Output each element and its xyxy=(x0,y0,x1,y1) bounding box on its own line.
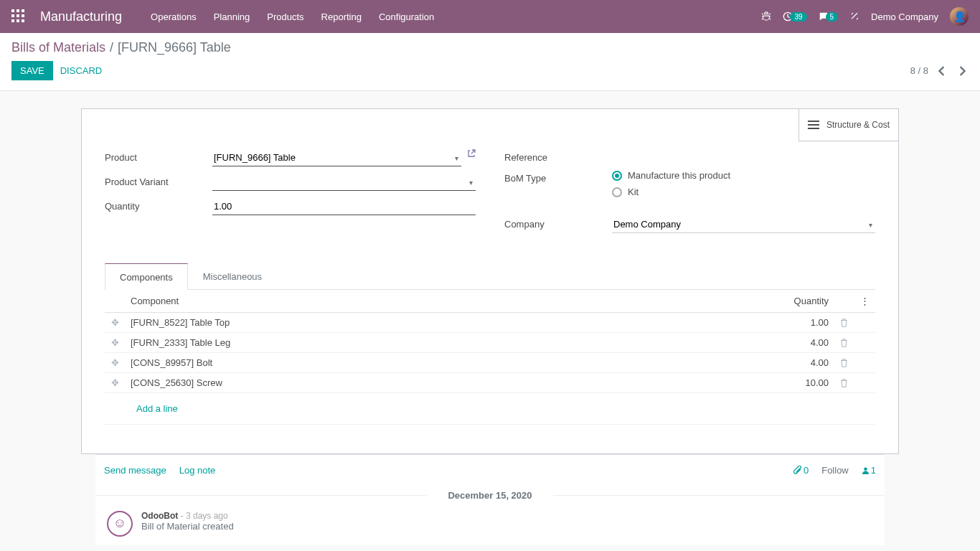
svg-rect-8 xyxy=(22,19,24,22)
delete-row-icon[interactable] xyxy=(834,353,854,373)
structure-cost-button[interactable]: Structure & Cost xyxy=(798,108,899,141)
company-selector[interactable]: Demo Company xyxy=(871,11,938,22)
cell-qty[interactable]: 1.00 xyxy=(626,313,834,333)
svg-rect-0 xyxy=(11,9,14,12)
quantity-input[interactable] xyxy=(212,198,476,215)
cell-qty[interactable]: 10.00 xyxy=(626,373,834,393)
tab-miscellaneous[interactable]: Miscellaneous xyxy=(188,263,277,289)
table-row[interactable]: ✥[CONS_25630] Screw10.00 xyxy=(105,373,875,393)
variant-input[interactable] xyxy=(212,174,476,191)
product-input[interactable] xyxy=(212,149,461,166)
cell-component[interactable]: [FURN_8522] Table Top xyxy=(125,313,626,333)
control-panel: Bills of Materials / [FURN_9666] Table S… xyxy=(0,33,980,91)
svg-rect-7 xyxy=(17,19,19,22)
cell-qty[interactable]: 4.00 xyxy=(626,333,834,353)
pager-next[interactable] xyxy=(956,63,969,79)
chatter: Send message Log note 0 Follow 1 Decembe… xyxy=(95,454,885,545)
delete-row-icon[interactable] xyxy=(834,333,854,353)
user-avatar[interactable]: 👤 xyxy=(950,7,969,26)
cell-qty[interactable]: 4.00 xyxy=(626,353,834,373)
message: ☺ OdooBot - 3 days ago Bill of Material … xyxy=(95,511,885,545)
label-product: Product xyxy=(105,149,212,163)
discard-button[interactable]: Discard xyxy=(60,65,103,76)
followers-button[interactable]: 1 xyxy=(862,465,876,476)
pager: 8 / 8 xyxy=(910,63,969,79)
navbar-right: 39 5 Demo Company 👤 xyxy=(761,7,969,26)
svg-rect-5 xyxy=(22,14,24,17)
drag-handle-icon[interactable]: ✥ xyxy=(105,333,125,353)
pager-prev[interactable] xyxy=(936,63,948,79)
msg-body: Bill of Material created xyxy=(141,521,234,532)
th-component: Component xyxy=(125,290,626,313)
svg-rect-4 xyxy=(17,14,19,17)
svg-rect-2 xyxy=(22,9,24,12)
radio-kit-input[interactable] xyxy=(612,187,622,197)
label-quantity: Quantity xyxy=(105,198,212,212)
follow-button[interactable]: Follow xyxy=(821,465,849,476)
settings-icon[interactable] xyxy=(849,11,859,22)
svg-rect-6 xyxy=(11,19,14,22)
menu-configuration[interactable]: Configuration xyxy=(379,11,434,22)
external-link-icon[interactable] xyxy=(467,149,476,158)
label-company: Company xyxy=(504,216,612,230)
bot-avatar-icon: ☺ xyxy=(107,511,133,537)
add-line-link[interactable]: Add a line xyxy=(131,397,184,420)
components-table: Component Quantity ⋮ ✥[FURN_8522] Table … xyxy=(105,290,875,453)
app-brand[interactable]: Manufacturing xyxy=(40,9,122,24)
activities-icon[interactable]: 39 xyxy=(783,11,806,22)
radio-manufacture-input[interactable] xyxy=(612,171,622,181)
navbar: Manufacturing Operations Planning Produc… xyxy=(0,0,980,33)
drag-handle-icon[interactable]: ✥ xyxy=(105,373,125,393)
table-row[interactable]: ✥[FURN_2333] Table Leg4.00 xyxy=(105,333,875,353)
cell-component[interactable]: [FURN_2333] Table Leg xyxy=(125,333,626,353)
radio-manufacture[interactable]: Manufacture this product xyxy=(612,170,875,181)
table-row[interactable]: ✥[CONS_89957] Bolt4.00 xyxy=(105,353,875,373)
breadcrumb-root[interactable]: Bills of Materials xyxy=(11,40,105,55)
svg-point-10 xyxy=(864,467,867,471)
messaging-icon[interactable]: 5 xyxy=(819,11,839,22)
menu-reporting[interactable]: Reporting xyxy=(321,11,362,22)
delete-row-icon[interactable] xyxy=(834,313,854,333)
cell-component[interactable]: [CONS_25630] Screw xyxy=(125,373,626,393)
tab-nav: Components Miscellaneous xyxy=(105,263,875,290)
menu-operations[interactable]: Operations xyxy=(151,11,197,22)
label-variant: Product Variant xyxy=(105,174,212,187)
send-message-button[interactable]: Send message xyxy=(104,465,166,476)
breadcrumb: Bills of Materials / [FURN_9666] Table xyxy=(11,40,969,55)
tab-components[interactable]: Components xyxy=(105,263,188,290)
label-reference: Reference xyxy=(504,149,612,163)
svg-rect-3 xyxy=(11,14,14,17)
menu-products[interactable]: Products xyxy=(267,11,303,22)
delete-row-icon[interactable] xyxy=(834,373,854,393)
main-menu: Operations Planning Products Reporting C… xyxy=(151,11,761,22)
label-bom-type: BoM Type xyxy=(504,170,612,184)
save-button[interactable]: Save xyxy=(11,61,53,80)
bug-icon[interactable] xyxy=(761,11,771,22)
bars-icon xyxy=(808,120,819,130)
cell-component[interactable]: [CONS_89957] Bolt xyxy=(125,353,626,373)
drag-handle-icon[interactable]: ✥ xyxy=(105,313,125,333)
msg-ago: - 3 days ago xyxy=(181,511,228,521)
messaging-badge: 5 xyxy=(826,12,839,22)
apps-icon[interactable] xyxy=(11,9,26,24)
pager-value[interactable]: 8 / 8 xyxy=(910,65,928,76)
breadcrumb-sep: / xyxy=(110,40,113,55)
log-note-button[interactable]: Log note xyxy=(179,465,216,476)
company-input[interactable] xyxy=(612,216,875,233)
date-separator: December 15, 2020 xyxy=(95,490,885,501)
stat-label: Structure & Cost xyxy=(826,120,890,130)
activities-badge: 39 xyxy=(790,12,806,22)
radio-kit[interactable]: Kit xyxy=(612,187,875,197)
drag-handle-icon[interactable]: ✥ xyxy=(105,353,125,373)
breadcrumb-current: [FURN_9666] Table xyxy=(118,40,231,55)
attachments-button[interactable]: 0 xyxy=(793,465,809,476)
table-row[interactable]: ✥[FURN_8522] Table Top1.00 xyxy=(105,313,875,333)
msg-author: OdooBot xyxy=(141,511,178,521)
menu-planning[interactable]: Planning xyxy=(214,11,250,22)
th-quantity: Quantity xyxy=(626,290,834,313)
svg-rect-1 xyxy=(17,9,19,12)
table-options-icon[interactable]: ⋮ xyxy=(854,290,875,313)
form-sheet: Structure & Cost Product ▾ xyxy=(81,108,899,454)
